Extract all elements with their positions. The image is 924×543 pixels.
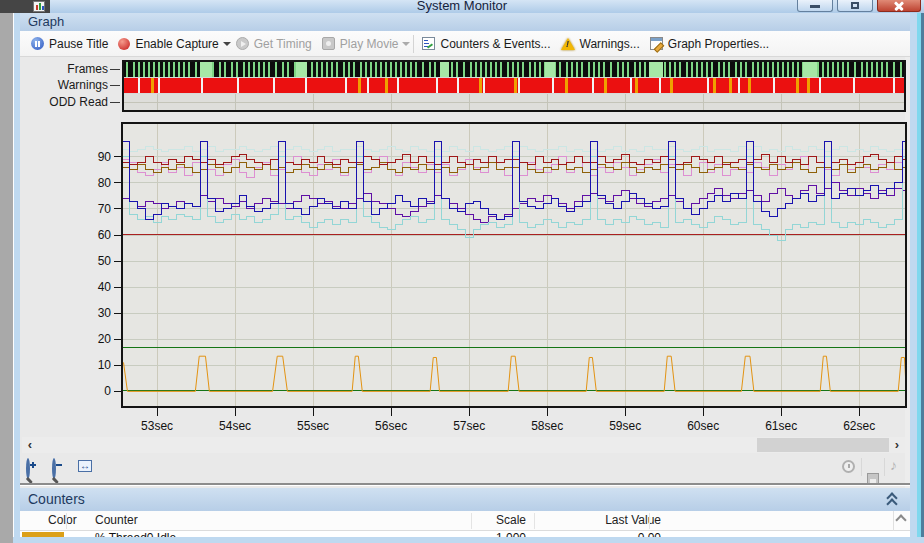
table-scrollbar-separator	[893, 511, 894, 531]
scroll-left-button[interactable]: ‹	[22, 437, 38, 453]
graph-properties-button[interactable]: Graph Properties...	[645, 33, 774, 55]
enable-capture-label: Enable Capture	[135, 37, 218, 51]
svg-text:60sec: 60sec	[687, 419, 719, 433]
toolbar: Pause Title Enable Capture Get Timing Pl…	[20, 31, 910, 57]
svg-text:60: 60	[98, 228, 112, 242]
warnings-button[interactable]: Warnings...	[556, 33, 645, 55]
svg-text:90: 90	[98, 150, 112, 164]
svg-text:58sec: 58sec	[531, 419, 563, 433]
history-clock-icon[interactable]	[842, 460, 855, 473]
column-separator	[534, 513, 535, 529]
system-monitor-window: System Monitor Graph Pause Title Enable …	[0, 0, 924, 543]
sound-icon[interactable]	[890, 457, 903, 473]
column-header-counter: Counter	[95, 511, 138, 530]
column-header-scale: Scale	[450, 511, 526, 530]
restore-button[interactable]	[837, 0, 873, 12]
svg-text:40: 40	[98, 280, 112, 294]
svg-text:30: 30	[98, 306, 112, 320]
warnings-strip-label: Warnings	[20, 78, 108, 92]
zoom-row-separator	[884, 458, 885, 476]
svg-text:70: 70	[98, 202, 112, 216]
column-separator	[471, 513, 472, 529]
parent-background	[0, 13, 13, 543]
column-separator	[66, 513, 67, 529]
pause-icon	[31, 37, 44, 50]
fit-width-button[interactable]	[78, 460, 92, 472]
odd-read-strip	[124, 94, 904, 110]
minimize-button[interactable]	[797, 0, 833, 12]
record-icon	[118, 38, 130, 50]
counters-events-icon	[422, 37, 435, 50]
window-border-left	[14, 13, 20, 543]
column-header-last-value: Last Value	[540, 511, 661, 530]
warnings-label: Warnings...	[580, 37, 640, 51]
close-button[interactable]	[877, 0, 921, 12]
svg-text:0: 0	[104, 384, 111, 398]
warnings-strip-tick	[110, 85, 120, 86]
restore-icon	[851, 2, 859, 9]
counters-table-header: Color Counter Scale Last Value	[20, 511, 910, 531]
zoom-out-button[interactable]	[52, 460, 56, 478]
svg-text:62sec: 62sec	[843, 419, 875, 433]
pause-title-button[interactable]: Pause Title	[26, 33, 113, 55]
zoom-in-icon	[26, 458, 30, 479]
svg-text:59sec: 59sec	[609, 419, 641, 433]
column-separator	[649, 513, 650, 529]
collapse-section-button[interactable]	[886, 493, 898, 507]
graph-properties-icon	[650, 37, 663, 50]
svg-text:20: 20	[98, 332, 112, 346]
event-strips	[122, 60, 906, 112]
counters-section-header: Counters	[20, 488, 910, 511]
play-movie-button[interactable]: Play Movie	[317, 33, 404, 55]
panel-splitter-highlight	[20, 485, 910, 486]
toolbar-separator	[413, 35, 414, 53]
window-border-bottom	[13, 537, 924, 543]
graph-scrollbar-thumb[interactable]	[757, 438, 889, 452]
play-movie-label: Play Movie	[340, 37, 399, 51]
svg-text:56sec: 56sec	[375, 419, 407, 433]
graph-properties-label: Graph Properties...	[668, 37, 769, 51]
svg-text:54sec: 54sec	[219, 419, 251, 433]
get-timing-label: Get Timing	[254, 37, 312, 51]
zoom-in-button[interactable]	[26, 460, 30, 478]
minimize-icon	[810, 5, 820, 8]
frames-strip-label: Frames	[20, 62, 108, 76]
frames-strip-tick	[110, 69, 120, 70]
play-movie-dropdown[interactable]	[402, 42, 410, 46]
svg-text:10: 10	[98, 358, 112, 372]
get-timing-icon	[236, 37, 249, 50]
counters-events-label: Counters & Events...	[440, 37, 550, 51]
zoom-row-separator	[861, 458, 862, 476]
scroll-right-button[interactable]: ›	[889, 437, 905, 453]
pause-title-label: Pause Title	[49, 37, 108, 51]
window-title: System Monitor	[0, 0, 924, 14]
performance-graph: 010203040506070809053sec54sec55sec56sec5…	[90, 116, 912, 438]
get-timing-button[interactable]: Get Timing	[231, 33, 317, 55]
svg-text:61sec: 61sec	[765, 419, 797, 433]
svg-text:55sec: 55sec	[297, 419, 329, 433]
graph-section-title: Graph	[20, 14, 64, 29]
column-header-color: Color	[48, 511, 77, 530]
warning-icon	[561, 38, 575, 50]
play-movie-icon	[322, 37, 335, 50]
zoom-out-icon	[52, 458, 56, 479]
warnings-strip	[124, 78, 904, 93]
odd-read-strip-tick	[110, 102, 120, 103]
svg-text:57sec: 57sec	[453, 419, 485, 433]
svg-text:80: 80	[98, 176, 112, 190]
parent-background	[0, 537, 13, 543]
svg-text:53sec: 53sec	[141, 419, 173, 433]
counters-events-button[interactable]: Counters & Events...	[417, 33, 555, 55]
counters-section-title: Counters	[20, 491, 85, 507]
graph-section-header: Graph	[20, 13, 910, 31]
odd-read-strip-label: ODD Read	[20, 95, 108, 109]
enable-capture-dropdown[interactable]	[223, 42, 231, 46]
frames-strip	[124, 62, 904, 77]
enable-capture-button[interactable]: Enable Capture	[113, 33, 223, 55]
svg-text:50: 50	[98, 254, 112, 268]
